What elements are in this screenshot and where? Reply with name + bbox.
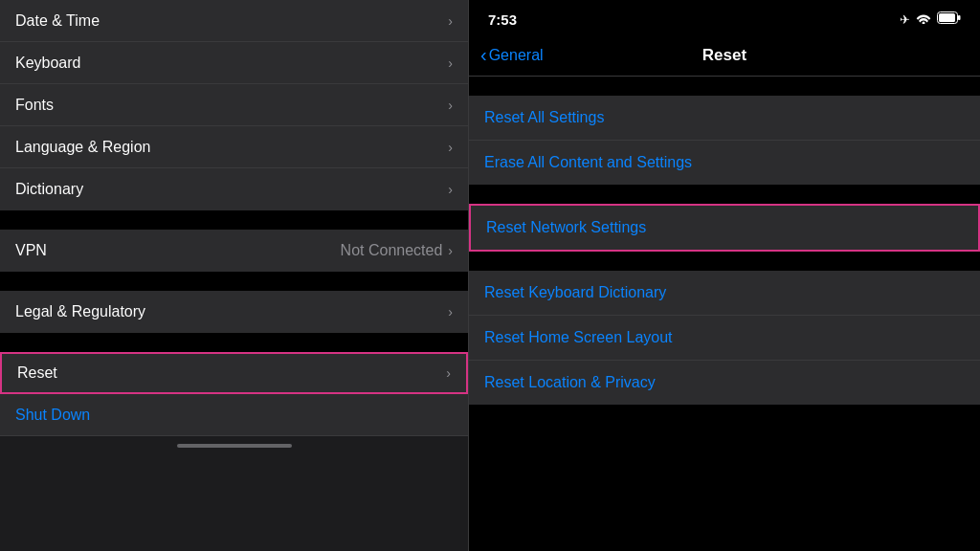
settings-item-right: › xyxy=(448,304,453,320)
home-indicator xyxy=(0,436,468,452)
airplane-icon: ✈ xyxy=(900,12,910,27)
battery-icon xyxy=(937,11,961,27)
settings-item-right: › xyxy=(446,365,451,381)
erase-all-content-item[interactable]: Erase All Content and Settings xyxy=(469,141,980,185)
settings-item-label: Legal & Regulatory xyxy=(15,303,145,320)
settings-group-1: Date & Time › Keyboard › Fonts › Languag… xyxy=(0,0,468,210)
reset-location-privacy-item[interactable]: Reset Location & Privacy xyxy=(469,361,980,405)
settings-item-date-time[interactable]: Date & Time › xyxy=(0,0,468,42)
settings-item-right: › xyxy=(448,55,453,71)
reset-keyboard-dictionary-item[interactable]: Reset Keyboard Dictionary xyxy=(469,271,980,316)
chevron-icon: › xyxy=(448,13,453,29)
group-separator xyxy=(0,272,468,291)
settings-item-fonts[interactable]: Fonts › xyxy=(0,84,468,126)
settings-list: Date & Time › Keyboard › Fonts › Languag… xyxy=(0,0,468,551)
reset-group-1: Reset All Settings Erase All Content and… xyxy=(469,96,980,185)
status-bar: 7:53 ✈ xyxy=(469,0,980,34)
reset-all-settings-label: Reset All Settings xyxy=(484,109,604,125)
shutdown-label: Shut Down xyxy=(15,407,90,424)
nav-back-label: General xyxy=(489,47,544,64)
chevron-icon: › xyxy=(448,98,453,113)
reset-network-settings-label: Reset Network Settings xyxy=(486,219,646,235)
settings-item-label: VPN xyxy=(15,242,47,259)
settings-item-reset[interactable]: Reset › xyxy=(0,352,468,394)
group-separator xyxy=(0,210,468,230)
settings-item-right: › xyxy=(448,13,453,29)
reset-group-2: Reset Keyboard Dictionary Reset Home Scr… xyxy=(469,271,980,405)
nav-back-button[interactable]: ‹ General xyxy=(480,44,544,66)
svg-rect-1 xyxy=(958,15,961,20)
settings-item-language[interactable]: Language & Region › xyxy=(0,126,468,168)
status-icons: ✈ xyxy=(900,11,961,27)
chevron-icon: › xyxy=(448,182,453,197)
settings-item-label: Language & Region xyxy=(15,139,150,156)
settings-item-dictionary[interactable]: Dictionary › xyxy=(0,168,468,210)
nav-title: Reset xyxy=(702,46,746,65)
settings-item-right: › xyxy=(448,98,453,113)
chevron-icon: › xyxy=(448,243,453,258)
reset-home-screen-layout-label: Reset Home Screen Layout xyxy=(484,329,673,345)
reset-keyboard-dictionary-label: Reset Keyboard Dictionary xyxy=(484,284,666,300)
chevron-icon: › xyxy=(448,304,453,320)
erase-all-content-label: Erase All Content and Settings xyxy=(484,154,692,170)
reset-home-screen-layout-item[interactable]: Reset Home Screen Layout xyxy=(469,316,980,361)
reset-all-settings-item[interactable]: Reset All Settings xyxy=(469,96,980,141)
right-panel: 7:53 ✈ ‹ General Reset xyxy=(469,0,980,551)
settings-item-keyboard[interactable]: Keyboard › xyxy=(0,42,468,84)
settings-item-label: Dictionary xyxy=(15,181,83,198)
left-panel: Date & Time › Keyboard › Fonts › Languag… xyxy=(0,0,469,551)
settings-item-right: › xyxy=(448,182,453,197)
back-chevron-icon: ‹ xyxy=(480,44,487,66)
status-time: 7:53 xyxy=(488,11,517,28)
svg-rect-2 xyxy=(939,13,955,22)
home-bar xyxy=(177,444,292,448)
settings-item-label: Date & Time xyxy=(15,12,100,30)
reset-network-group: Reset Network Settings xyxy=(469,204,980,252)
settings-item-vpn[interactable]: VPN Not Connected › xyxy=(0,230,468,272)
settings-group-3: Legal & Regulatory › xyxy=(0,291,468,333)
settings-group-reset: Reset › xyxy=(0,352,468,394)
chevron-icon: › xyxy=(446,365,451,381)
shutdown-item[interactable]: Shut Down xyxy=(0,394,468,436)
group-separator xyxy=(0,333,468,352)
settings-item-right: › xyxy=(448,140,453,155)
settings-item-label: Keyboard xyxy=(15,55,81,72)
settings-item-legal[interactable]: Legal & Regulatory › xyxy=(0,291,468,333)
settings-item-value: Not Connected xyxy=(341,242,443,259)
settings-group-2: VPN Not Connected › xyxy=(0,230,468,272)
wifi-icon xyxy=(916,12,931,27)
settings-item-label: Reset xyxy=(17,364,57,382)
chevron-icon: › xyxy=(448,140,453,155)
nav-bar: ‹ General Reset xyxy=(469,34,980,77)
settings-group-shutdown: Shut Down xyxy=(0,394,468,436)
settings-item-label: Fonts xyxy=(15,97,54,114)
reset-network-settings-item[interactable]: Reset Network Settings xyxy=(469,204,980,252)
reset-location-privacy-label: Reset Location & Privacy xyxy=(484,374,656,390)
settings-item-right: Not Connected › xyxy=(341,242,453,259)
chevron-icon: › xyxy=(448,55,453,71)
reset-content: Reset All Settings Erase All Content and… xyxy=(469,77,980,551)
